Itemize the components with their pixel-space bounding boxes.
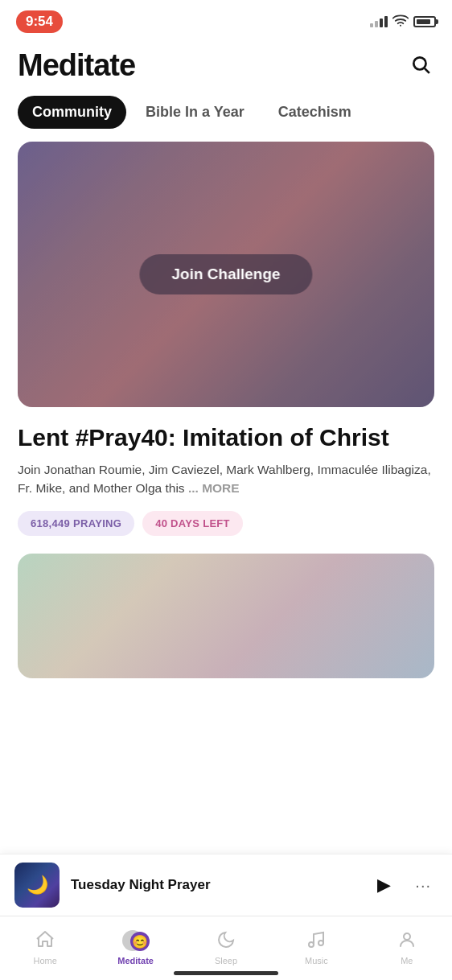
- challenge-description: Join Jonathan Roumie, Jim Caviezel, Mark…: [18, 460, 434, 498]
- nav-home-label: Home: [34, 956, 57, 966]
- now-playing-thumbnail: 🌙: [14, 863, 60, 908]
- challenge-badges: 618,449 PRAYING 40 DAYS LEFT: [18, 511, 434, 536]
- nav-music-label: Music: [305, 956, 328, 966]
- more-options-button[interactable]: ···: [409, 873, 438, 898]
- now-playing-title: Tuesday Night Prayer: [71, 877, 360, 893]
- page-title: Meditate: [18, 48, 135, 83]
- hero-card: Join Challenge: [18, 142, 434, 407]
- tab-community[interactable]: Community: [18, 96, 126, 129]
- signal-icon: [370, 16, 388, 27]
- nav-sleep[interactable]: Sleep: [181, 924, 271, 966]
- nav-meditate[interactable]: 😊 Meditate: [90, 924, 180, 966]
- meditate-icon: 😊: [122, 930, 150, 953]
- sleep-icon: [216, 930, 236, 953]
- nav-sleep-label: Sleep: [215, 956, 237, 966]
- wifi-icon: [392, 14, 409, 30]
- search-icon: [410, 54, 431, 75]
- svg-point-4: [318, 941, 323, 945]
- svg-point-1: [413, 57, 425, 69]
- svg-point-3: [309, 942, 314, 947]
- nav-music[interactable]: Music: [271, 924, 361, 966]
- play-button[interactable]: ▶: [371, 871, 397, 899]
- praying-badge: 618,449 PRAYING: [18, 511, 134, 536]
- status-bar: 9:54: [0, 0, 452, 40]
- tab-bible-in-a-year[interactable]: Bible In a Year: [131, 96, 259, 129]
- header: Meditate: [0, 40, 452, 93]
- now-playing-bar: 🌙 Tuesday Night Prayer ▶ ···: [0, 854, 452, 916]
- second-card[interactable]: [18, 554, 434, 678]
- me-icon: [397, 930, 417, 953]
- svg-point-0: [400, 25, 401, 27]
- search-button[interactable]: [407, 51, 434, 80]
- moon-icon: 🌙: [27, 875, 48, 896]
- home-icon: [35, 930, 55, 953]
- status-icons: [370, 14, 436, 30]
- more-link[interactable]: ... MORE: [188, 481, 240, 495]
- second-card-background: [18, 554, 434, 678]
- nav-me-label: Me: [401, 956, 413, 966]
- svg-point-5: [404, 933, 410, 940]
- status-time: 9:54: [16, 10, 63, 33]
- nav-me[interactable]: Me: [362, 924, 452, 966]
- days-left-badge: 40 DAYS LEFT: [142, 511, 243, 536]
- music-icon: [306, 930, 326, 953]
- join-challenge-button[interactable]: Join Challenge: [139, 254, 312, 294]
- main-content: Join Challenge Lent #Pray40: Imitation o…: [0, 142, 452, 678]
- challenge-title: Lent #Pray40: Imitation of Christ: [18, 423, 434, 452]
- tab-catechism[interactable]: Catechism: [264, 96, 366, 129]
- svg-line-2: [425, 68, 429, 73]
- home-indicator: [174, 971, 278, 975]
- battery-icon: [413, 16, 436, 27]
- nav-home[interactable]: Home: [0, 924, 90, 966]
- bottom-navigation: Home 😊 Meditate Sleep Music: [0, 916, 452, 980]
- tab-bar: Community Bible In a Year Catechism: [0, 93, 452, 142]
- nav-meditate-label: Meditate: [117, 956, 154, 966]
